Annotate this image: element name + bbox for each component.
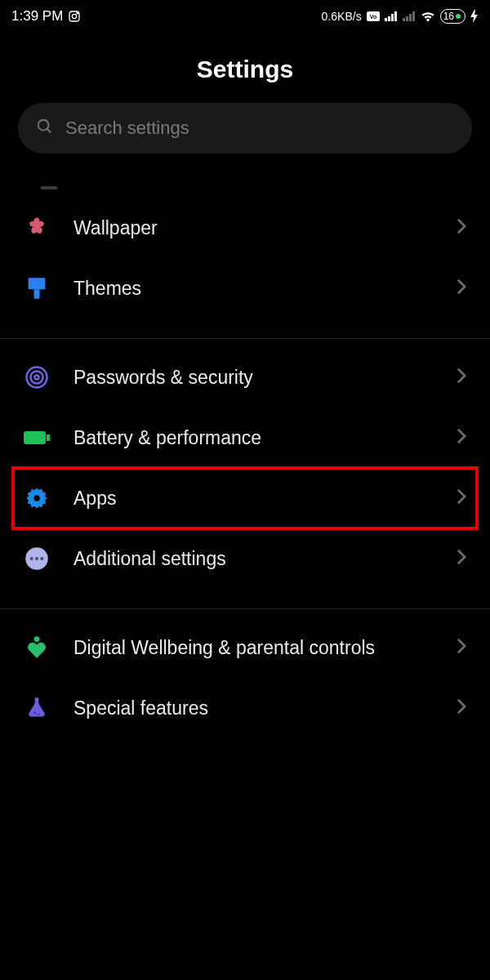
status-time: 1:39 PM	[11, 8, 63, 24]
status-left: 1:39 PM	[11, 8, 81, 24]
instagram-icon	[68, 10, 81, 23]
chevron-right-icon	[456, 488, 467, 509]
svg-point-18	[31, 372, 43, 384]
svg-point-25	[35, 557, 38, 560]
svg-point-19	[35, 376, 39, 380]
chevron-right-icon	[456, 637, 467, 658]
fingerprint-icon	[23, 363, 51, 391]
svg-rect-8	[394, 11, 397, 21]
flower-icon	[23, 214, 51, 242]
svg-rect-6	[388, 16, 390, 21]
network-speed: 0.6KB/s	[322, 10, 362, 23]
svg-line-14	[47, 129, 51, 133]
row-wallpaper[interactable]: Wallpaper	[0, 198, 490, 258]
row-label: Passwords & security	[74, 366, 433, 390]
dots-icon	[23, 545, 51, 572]
svg-rect-5	[385, 18, 387, 21]
search-icon	[36, 118, 54, 139]
svg-rect-21	[47, 434, 50, 441]
battery-indicator: 16	[440, 9, 466, 24]
status-bar: 1:39 PM 0.6KB/s Vo 16	[0, 0, 490, 33]
wifi-icon	[421, 11, 435, 22]
settings-list: Wallpaper Themes Passwords & security	[0, 189, 490, 758]
search-placeholder: Search settings	[65, 118, 189, 139]
battery-dot-icon	[456, 14, 461, 19]
svg-point-2	[77, 13, 78, 14]
page-title: Settings	[0, 56, 490, 83]
svg-rect-20	[24, 431, 46, 444]
battery-icon	[23, 424, 51, 452]
section-system: Passwords & security Battery & performan…	[0, 339, 490, 609]
svg-point-24	[30, 557, 33, 560]
status-right: 0.6KB/s Vo 16	[322, 9, 479, 24]
row-label: Apps	[74, 487, 433, 510]
chevron-right-icon	[456, 217, 467, 238]
chevron-right-icon	[456, 697, 467, 719]
chevron-right-icon	[456, 278, 467, 299]
svg-point-27	[34, 636, 40, 642]
svg-rect-16	[34, 289, 40, 299]
row-passwords[interactable]: Passwords & security	[0, 347, 490, 408]
svg-point-22	[33, 495, 40, 501]
row-label: Special features	[74, 697, 433, 720]
chevron-right-icon	[456, 367, 467, 388]
list-peek	[0, 170, 490, 189]
heart-icon	[23, 634, 51, 662]
row-label: Digital Wellbeing & parental controls	[74, 636, 433, 660]
svg-rect-10	[406, 16, 408, 21]
flask-icon	[23, 694, 51, 722]
row-special[interactable]: Special features	[0, 678, 490, 738]
row-wellbeing[interactable]: Digital Wellbeing & parental controls	[0, 617, 490, 678]
chevron-right-icon	[456, 548, 467, 569]
svg-point-29	[38, 714, 39, 715]
row-themes[interactable]: Themes	[0, 258, 490, 318]
brush-icon	[23, 274, 51, 302]
signal-icon	[385, 11, 398, 21]
charging-icon	[470, 10, 479, 23]
row-label: Themes	[74, 277, 433, 301]
row-apps[interactable]: Apps	[0, 468, 490, 528]
section-wellbeing: Digital Wellbeing & parental controls Sp…	[0, 609, 490, 758]
svg-text:Vo: Vo	[369, 14, 376, 20]
svg-point-26	[40, 557, 43, 560]
svg-rect-9	[403, 18, 405, 21]
search-input[interactable]: Search settings	[18, 103, 472, 154]
signal-2-icon	[403, 11, 416, 21]
chevron-right-icon	[456, 427, 467, 448]
volte-icon: Vo	[367, 11, 380, 21]
svg-rect-15	[29, 278, 46, 289]
gear-icon	[23, 484, 51, 512]
svg-rect-11	[409, 14, 412, 21]
svg-point-28	[33, 711, 36, 714]
battery-percent: 16	[443, 11, 454, 22]
row-battery[interactable]: Battery & performance	[0, 408, 490, 468]
row-label: Battery & performance	[74, 426, 433, 450]
svg-rect-7	[391, 14, 394, 21]
row-additional[interactable]: Additional settings	[0, 528, 490, 589]
row-label: Wallpaper	[74, 216, 433, 240]
svg-point-1	[73, 14, 77, 18]
svg-point-13	[38, 120, 49, 131]
row-label: Additional settings	[74, 547, 433, 571]
header: Settings	[0, 33, 490, 103]
svg-rect-12	[412, 11, 415, 21]
section-personalize: Wallpaper Themes	[0, 189, 490, 339]
